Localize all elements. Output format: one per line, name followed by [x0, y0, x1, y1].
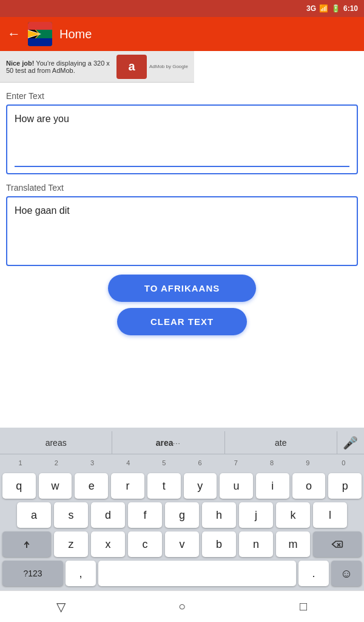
comma-key[interactable]: , — [66, 561, 96, 586]
key-f[interactable]: f — [128, 502, 162, 528]
key-y[interactable]: y — [184, 473, 217, 499]
suggestion-area[interactable]: area ... — [112, 431, 224, 454]
num-2: 2 — [38, 459, 74, 466]
key-b[interactable]: b — [202, 531, 236, 557]
period-key[interactable]: . — [298, 561, 329, 586]
key-d[interactable]: d — [91, 502, 125, 528]
signal-bars: 📶 — [319, 4, 328, 13]
admob-by-text: AdMob by Google — [149, 64, 188, 69]
key-u[interactable]: u — [220, 473, 253, 499]
ad-bold-text: Nice job! — [6, 60, 34, 67]
input-text-box[interactable]: How are you — [6, 104, 358, 174]
key-x[interactable]: x — [91, 531, 125, 557]
nav-home-button[interactable]: ○ — [164, 591, 200, 622]
nav-back-button[interactable]: ▽ — [42, 591, 79, 622]
app-title: Home — [59, 27, 92, 41]
main-content: Enter Text How are you Translated Text H… — [0, 83, 364, 347]
num-8: 8 — [254, 459, 289, 466]
translated-text-label: Translated Text — [6, 183, 358, 193]
app-bar: ← Home — [0, 17, 364, 51]
svg-rect-4 — [28, 38, 52, 46]
num-7: 7 — [218, 459, 254, 466]
key-w[interactable]: w — [39, 473, 72, 499]
spacebar-key[interactable] — [98, 561, 296, 586]
emoji-key[interactable]: ☺ — [331, 561, 362, 586]
back-button[interactable]: ← — [7, 26, 21, 42]
key-m[interactable]: m — [276, 531, 310, 557]
admob-logo: a — [116, 55, 147, 79]
flag-icon — [28, 22, 52, 46]
key-p[interactable]: p — [328, 473, 362, 499]
time-display: 6:10 — [343, 4, 358, 13]
key-l[interactable]: l — [313, 502, 347, 528]
nav-bar: ▽ ○ □ — [0, 590, 364, 622]
keyboard: areas area ... ate 🎤 1 2 3 4 5 6 7 8 9 0… — [0, 428, 364, 590]
translated-text-box[interactable]: Hoe gaan dit — [6, 196, 358, 266]
key-v[interactable]: v — [165, 531, 199, 557]
key-j[interactable]: j — [239, 502, 273, 528]
status-icons: 3G 📶 🔋 6:10 — [306, 4, 358, 13]
num-3: 3 — [74, 459, 110, 466]
ad-banner: Nice job! You're displaying a 320 x 50 t… — [0, 51, 194, 83]
key-q[interactable]: q — [2, 473, 36, 499]
suggestion-areas[interactable]: areas — [0, 431, 112, 454]
number-row: 1 2 3 4 5 6 7 8 9 0 — [0, 454, 364, 471]
num-9: 9 — [290, 459, 326, 466]
translated-text-content: Hoe gaan dit — [15, 205, 70, 216]
key-i[interactable]: i — [256, 473, 289, 499]
key-e[interactable]: e — [75, 473, 108, 499]
num-1: 1 — [2, 459, 38, 466]
cursor-line — [15, 166, 349, 167]
enter-text-label: Enter Text — [6, 91, 358, 101]
ad-text: Nice job! You're displaying a 320 x 50 t… — [6, 60, 112, 74]
key-z[interactable]: z — [54, 531, 88, 557]
signal-icon: 3G — [306, 4, 316, 13]
suggestion-dots: ... — [174, 440, 181, 445]
num-6: 6 — [182, 459, 218, 466]
key-h[interactable]: h — [202, 502, 236, 528]
num-4: 4 — [110, 459, 146, 466]
key-row-bottom: ?123 , . ☺ — [0, 559, 364, 588]
key-g[interactable]: g — [165, 502, 199, 528]
num-0: 0 — [326, 459, 362, 466]
clear-text-button[interactable]: CLEAR TEXT — [117, 308, 247, 335]
key-r[interactable]: r — [111, 473, 144, 499]
suggestion-ate[interactable]: ate — [225, 431, 337, 454]
key-row-1: q w e r t y u i o p — [0, 471, 364, 501]
battery-icon: 🔋 — [331, 4, 340, 13]
key-o[interactable]: o — [292, 473, 326, 499]
key-a[interactable]: a — [17, 502, 51, 528]
status-bar: 3G 📶 🔋 6:10 — [0, 0, 364, 17]
suggestions-row: areas area ... ate 🎤 — [0, 431, 364, 454]
backspace-key[interactable] — [313, 531, 362, 557]
key-row-2: a s d f g h j k l — [0, 501, 364, 530]
to-afrikaans-button[interactable]: TO AFRIKAANS — [108, 275, 257, 302]
key-n[interactable]: n — [239, 531, 273, 557]
input-text-content: How are you — [15, 114, 69, 124]
numeric-switch-key[interactable]: ?123 — [2, 561, 63, 586]
nav-recent-button[interactable]: □ — [285, 591, 322, 622]
mic-button[interactable]: 🎤 — [337, 436, 364, 450]
key-c[interactable]: c — [128, 531, 162, 557]
key-s[interactable]: s — [54, 502, 88, 528]
key-t[interactable]: t — [147, 473, 181, 499]
shift-key[interactable] — [2, 531, 51, 557]
action-buttons: TO AFRIKAANS CLEAR TEXT — [6, 275, 358, 335]
num-5: 5 — [146, 459, 182, 466]
svg-rect-3 — [28, 22, 52, 30]
key-row-3: z x c v b n m — [0, 530, 364, 559]
key-k[interactable]: k — [276, 502, 310, 528]
